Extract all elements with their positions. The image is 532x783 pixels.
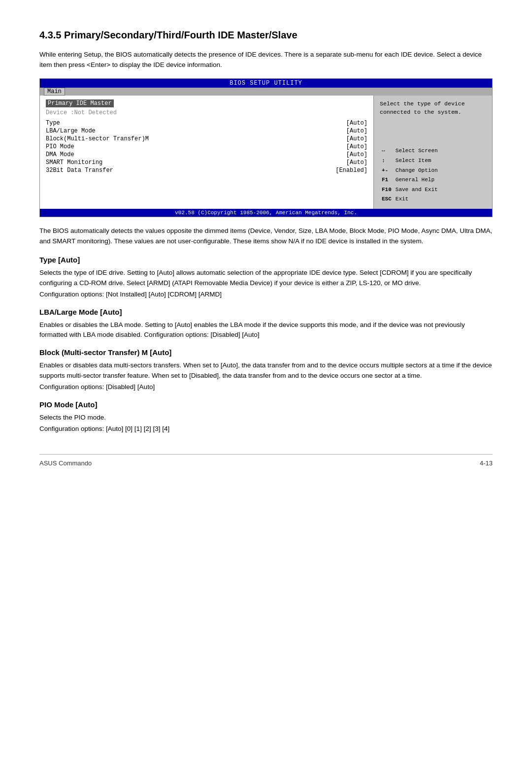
subsection-body: Enables or disables the LBA mode. Settin… bbox=[39, 320, 493, 341]
bios-help-text: Select the type of device connected to t… bbox=[380, 99, 486, 117]
bios-setting-value: [Auto] bbox=[239, 151, 367, 159]
subsection-lba-large-mode: LBA/Large Mode [Auto]Enables or disables… bbox=[39, 308, 493, 341]
subsection-heading: PIO Mode [Auto] bbox=[39, 400, 493, 409]
subsection-config: Configuration options: [Disabled] [Auto] bbox=[39, 382, 493, 392]
bios-legend-desc: Exit bbox=[395, 195, 439, 204]
subsection-config: Configuration options: [Auto] [0] [1] [2… bbox=[39, 424, 493, 434]
bios-setting-label: 32Bit Data Transfer bbox=[46, 166, 239, 174]
bios-legend-key: ESC bbox=[381, 195, 394, 204]
body-text: The BIOS automatically detects the value… bbox=[39, 226, 493, 247]
bios-legend-row: F10Save and Exit bbox=[381, 186, 439, 195]
bios-legend-row: F1General Help bbox=[381, 176, 439, 185]
bios-legend-key: +- bbox=[381, 166, 394, 175]
footer-left: ASUS Commando bbox=[39, 459, 92, 467]
subsection-body: Selects the PIO mode. bbox=[39, 413, 493, 423]
bios-setting-label: Block(Multi-sector Transfer)M bbox=[46, 135, 239, 143]
bios-setting-value: [Auto] bbox=[239, 143, 367, 151]
bios-legend-desc: Select Screen bbox=[395, 147, 439, 156]
subsection-body: Enables or disables data multi-sectors t… bbox=[39, 360, 493, 381]
bios-section-header: Primary IDE Master bbox=[46, 99, 114, 107]
intro-paragraph: While entering Setup, the BIOS automatic… bbox=[39, 50, 493, 70]
subsection-body: Selects the type of IDE drive. Setting t… bbox=[39, 268, 493, 289]
bios-body: Primary IDE Master Device :Not Detected … bbox=[40, 96, 492, 209]
page-footer: ASUS Commando 4-13 bbox=[39, 454, 493, 467]
bios-setting-label: Type bbox=[46, 119, 239, 127]
footer-right: 4-13 bbox=[480, 459, 493, 467]
bios-legend: ↔Select Screen↕Select Item+-Change Optio… bbox=[380, 146, 440, 205]
bios-setting-row: SMART Monitoring[Auto] bbox=[46, 159, 367, 166]
bios-legend-key: ↔ bbox=[381, 147, 394, 156]
bios-device-row: Device :Not Detected bbox=[46, 109, 367, 116]
subsection-heading: Type [Auto] bbox=[39, 256, 493, 264]
bios-legend-key: F1 bbox=[381, 176, 394, 185]
subsection-pio-mode: PIO Mode [Auto]Selects the PIO mode.Conf… bbox=[39, 400, 493, 434]
bios-right-panel: Select the type of device connected to t… bbox=[374, 96, 492, 209]
bios-title-bar: BIOS SETUP UTILITY bbox=[40, 79, 492, 88]
bios-setting-row: LBA/Large Mode[Auto] bbox=[46, 127, 367, 135]
subsection-heading: Block (Multi-sector Transfer) M [Auto] bbox=[39, 348, 493, 357]
subsection-config: Configuration options: [Not Installed] [… bbox=[39, 290, 493, 300]
subsection-heading: LBA/Large Mode [Auto] bbox=[39, 308, 493, 316]
bios-left-panel: Primary IDE Master Device :Not Detected … bbox=[40, 96, 374, 209]
section-title: 4.3.5 Primary/Secondary/Third/Fourth IDE… bbox=[39, 30, 493, 41]
bios-legend-row: +-Change Option bbox=[381, 166, 439, 175]
bios-menu-bar: Main bbox=[40, 88, 492, 96]
bios-legend-desc: Change Option bbox=[395, 166, 439, 175]
bios-setting-label: SMART Monitoring bbox=[46, 159, 239, 166]
bios-menu-main: Main bbox=[44, 88, 65, 96]
bios-footer: v02.58 (C)Copyright 1985-2006, American … bbox=[40, 209, 492, 217]
bios-legend-row: ↔Select Screen bbox=[381, 147, 439, 156]
bios-legend-desc: Select Item bbox=[395, 157, 439, 165]
bios-setting-label: PIO Mode bbox=[46, 143, 239, 151]
page-content: 4.3.5 Primary/Secondary/Third/Fourth IDE… bbox=[39, 30, 493, 434]
bios-setting-row: Type[Auto] bbox=[46, 119, 367, 127]
bios-setting-row: Block(Multi-sector Transfer)M[Auto] bbox=[46, 135, 367, 143]
bios-setting-row: PIO Mode[Auto] bbox=[46, 143, 367, 151]
bios-setting-value: [Enabled] bbox=[239, 166, 367, 174]
bios-legend-key: ↕ bbox=[381, 157, 394, 165]
bios-settings-table: Type[Auto]LBA/Large Mode[Auto]Block(Mult… bbox=[46, 119, 367, 174]
bios-legend-row: ESCExit bbox=[381, 195, 439, 204]
subsection-block-multi: Block (Multi-sector Transfer) M [Auto]En… bbox=[39, 348, 493, 392]
bios-setting-label: LBA/Large Mode bbox=[46, 127, 239, 135]
bios-legend-row: ↕Select Item bbox=[381, 157, 439, 165]
bios-setting-value: [Auto] bbox=[239, 135, 367, 143]
bios-setting-label: DMA Mode bbox=[46, 151, 239, 159]
bios-legend-desc: General Help bbox=[395, 176, 439, 185]
bios-legend-key: F10 bbox=[381, 186, 394, 195]
subsections: Type [Auto]Selects the type of IDE drive… bbox=[39, 256, 493, 434]
bios-setting-row: 32Bit Data Transfer[Enabled] bbox=[46, 166, 367, 174]
bios-setting-value: [Auto] bbox=[239, 159, 367, 166]
bios-setting-value: [Auto] bbox=[239, 127, 367, 135]
bios-setting-value: [Auto] bbox=[239, 119, 367, 127]
subsection-type-auto: Type [Auto]Selects the type of IDE drive… bbox=[39, 256, 493, 300]
bios-legend-desc: Save and Exit bbox=[395, 186, 439, 195]
bios-screenshot: BIOS SETUP UTILITY Main Primary IDE Mast… bbox=[39, 78, 493, 217]
bios-setting-row: DMA Mode[Auto] bbox=[46, 151, 367, 159]
